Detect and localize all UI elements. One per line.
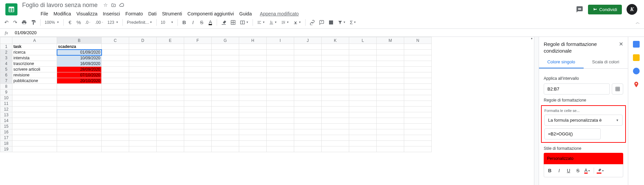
cell-N9[interactable]: [404, 89, 432, 95]
cell-H12[interactable]: [239, 107, 267, 112]
cell-E12[interactable]: [157, 107, 184, 112]
cell-M7[interactable]: [377, 78, 404, 84]
comments-icon[interactable]: [576, 6, 583, 13]
cell-C7[interactable]: [102, 78, 129, 84]
cell-H9[interactable]: [239, 89, 267, 95]
cell-K8[interactable]: [322, 84, 349, 89]
cell-L19[interactable]: [349, 146, 377, 152]
filter-icon[interactable]: ▼: [336, 18, 347, 27]
cell-D7[interactable]: [129, 78, 157, 84]
cell-I18[interactable]: [267, 141, 294, 146]
style-strike-icon[interactable]: S: [574, 166, 582, 175]
cell-M1[interactable]: [377, 44, 404, 50]
cell-D12[interactable]: [129, 107, 157, 112]
cell-M4[interactable]: [377, 61, 404, 67]
cell-B19[interactable]: [57, 146, 102, 152]
cell-C5[interactable]: [102, 67, 129, 72]
cell-G3[interactable]: [212, 55, 239, 61]
cell-D15[interactable]: [129, 124, 157, 129]
cell-M19[interactable]: [377, 146, 404, 152]
cell-B6[interactable]: 07/10/2020: [57, 72, 102, 78]
cell-D9[interactable]: [129, 89, 157, 95]
cell-J17[interactable]: [294, 135, 322, 141]
cell-J10[interactable]: [294, 95, 322, 101]
cell-J18[interactable]: [294, 141, 322, 146]
cell-G17[interactable]: [212, 135, 239, 141]
cell-I17[interactable]: [267, 135, 294, 141]
cell-M14[interactable]: [377, 118, 404, 124]
cell-J2[interactable]: [294, 50, 322, 55]
cell-E3[interactable]: [157, 55, 184, 61]
cell-K10[interactable]: [322, 95, 349, 101]
cell-I13[interactable]: [267, 112, 294, 118]
cell-L13[interactable]: [349, 112, 377, 118]
cell-A5[interactable]: scrivere articoli: [12, 67, 57, 72]
cell-M8[interactable]: [377, 84, 404, 89]
cell-A2[interactable]: ricerca: [12, 50, 57, 55]
cell-A8[interactable]: [12, 84, 57, 89]
row-header-11[interactable]: 11: [0, 101, 12, 107]
cell-D3[interactable]: [129, 55, 157, 61]
cell-E15[interactable]: [157, 124, 184, 129]
cell-B3[interactable]: 10/09/2020: [57, 55, 102, 61]
cell-L17[interactable]: [349, 135, 377, 141]
cell-N14[interactable]: [404, 118, 432, 124]
cell-N19[interactable]: [404, 146, 432, 152]
cell-L2[interactable]: [349, 50, 377, 55]
cell-J3[interactable]: [294, 55, 322, 61]
cell-K7[interactable]: [322, 78, 349, 84]
cell-N8[interactable]: [404, 84, 432, 89]
cell-J8[interactable]: [294, 84, 322, 89]
cell-N5[interactable]: [404, 67, 432, 72]
merge-cells-icon[interactable]: ▼: [238, 18, 250, 27]
cell-H19[interactable]: [239, 146, 267, 152]
cell-D17[interactable]: [129, 135, 157, 141]
keep-icon[interactable]: [633, 54, 640, 61]
cell-A10[interactable]: [12, 95, 57, 101]
cell-F15[interactable]: [184, 124, 212, 129]
col-header-F[interactable]: F: [184, 37, 212, 44]
style-italic-icon[interactable]: I: [555, 166, 564, 175]
number-format-select[interactable]: 123▼: [106, 18, 120, 27]
col-header-K[interactable]: K: [322, 37, 349, 44]
row-header-19[interactable]: 19: [0, 146, 12, 152]
cell-C16[interactable]: [102, 129, 129, 135]
font-family-select[interactable]: Predefinit...▼: [125, 18, 154, 27]
cell-H8[interactable]: [239, 84, 267, 89]
cell-K5[interactable]: [322, 67, 349, 72]
cell-C19[interactable]: [102, 146, 129, 152]
row-header-6[interactable]: 6: [0, 72, 12, 78]
cell-A12[interactable]: [12, 107, 57, 112]
cell-H18[interactable]: [239, 141, 267, 146]
cell-H2[interactable]: [239, 50, 267, 55]
col-header-N[interactable]: N: [404, 37, 432, 44]
vertical-scrollbar[interactable]: [534, 37, 539, 185]
cell-D8[interactable]: [129, 84, 157, 89]
cell-H11[interactable]: [239, 101, 267, 107]
cell-K4[interactable]: [322, 61, 349, 67]
cell-E4[interactable]: [157, 61, 184, 67]
cell-E16[interactable]: [157, 129, 184, 135]
row-header-10[interactable]: 10: [0, 95, 12, 101]
select-all-corner[interactable]: [0, 37, 12, 44]
cell-G10[interactable]: [212, 95, 239, 101]
cell-A13[interactable]: [12, 112, 57, 118]
cell-A4[interactable]: trascrizione: [12, 61, 57, 67]
cell-N2[interactable]: [404, 50, 432, 55]
cell-H4[interactable]: [239, 61, 267, 67]
insert-chart-icon[interactable]: [327, 18, 335, 27]
cell-I4[interactable]: [267, 61, 294, 67]
cell-J15[interactable]: [294, 124, 322, 129]
row-header-4[interactable]: 4: [0, 61, 12, 67]
cell-C17[interactable]: [102, 135, 129, 141]
cell-F10[interactable]: [184, 95, 212, 101]
cell-G5[interactable]: [212, 67, 239, 72]
cell-K14[interactable]: [322, 118, 349, 124]
cell-N13[interactable]: [404, 112, 432, 118]
cell-K2[interactable]: [322, 50, 349, 55]
cell-M10[interactable]: [377, 95, 404, 101]
close-icon[interactable]: ✕: [619, 41, 623, 47]
cell-G13[interactable]: [212, 112, 239, 118]
cell-F7[interactable]: [184, 78, 212, 84]
tasks-icon[interactable]: [633, 68, 640, 74]
